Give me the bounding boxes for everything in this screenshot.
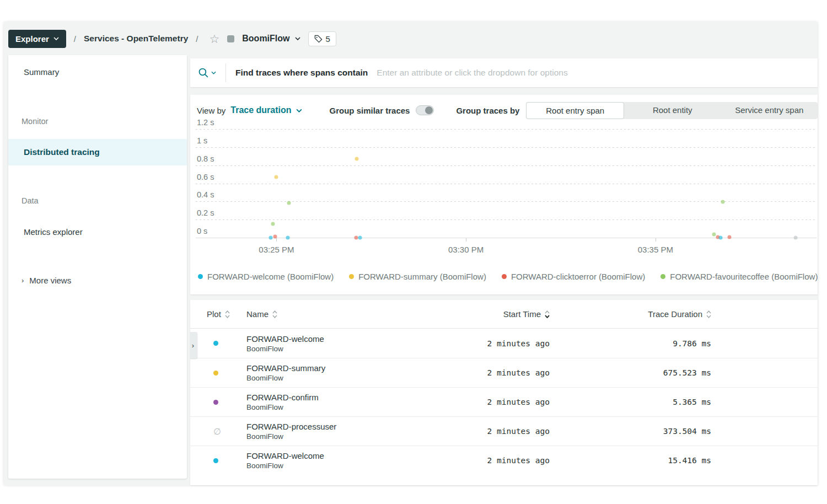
- trace-scatter-chart[interactable]: 0 s0.2 s0.4 s0.6 s0.8 s1 s1.2 s03:25 PM0…: [196, 125, 817, 238]
- trace-data-point[interactable]: [287, 201, 291, 205]
- trace-name: FORWARD-confirm: [246, 393, 428, 402]
- plot-cell: [207, 400, 246, 405]
- table-row[interactable]: FORWARD-welcomeBoomiFlow2 minutes ago15.…: [190, 446, 818, 475]
- search-icon: [198, 67, 210, 79]
- search-dropdown-button[interactable]: [198, 67, 216, 79]
- view-by-label: View by: [197, 106, 225, 115]
- breadcrumb-separator: /: [74, 34, 76, 44]
- explorer-label: Explorer: [15, 34, 49, 44]
- explorer-dropdown-button[interactable]: Explorer: [8, 30, 66, 48]
- column-header-start-time[interactable]: Start Time: [428, 309, 550, 319]
- toggle-knob: [425, 106, 433, 114]
- table-body: FORWARD-welcomeBoomiFlow2 minutes ago9.7…: [190, 329, 818, 475]
- plot-cell: [207, 341, 246, 346]
- legend-item[interactable]: FORWARD-clicktoerror (BoomiFlow): [502, 272, 645, 281]
- plot-cell: ∅: [207, 426, 246, 437]
- name-cell[interactable]: FORWARD-processuserBoomiFlow: [246, 422, 428, 441]
- entity-name: BoomiFlow: [246, 403, 428, 411]
- sort-icon: [272, 310, 277, 318]
- y-gridline: [196, 184, 817, 184]
- trace-data-point[interactable]: [727, 235, 731, 239]
- collapse-panel-handle[interactable]: ›: [190, 332, 197, 358]
- column-header-plot[interactable]: Plot: [207, 309, 246, 319]
- divider: [225, 63, 226, 82]
- sort-icon: [706, 310, 711, 318]
- trace-data-point[interactable]: [355, 157, 359, 160]
- trace-data-point[interactable]: [275, 175, 278, 179]
- segment-root-entity[interactable]: Root entity: [624, 102, 721, 119]
- chevron-down-icon: [211, 71, 216, 74]
- chart-controls: View by Trace duration Group similar tra…: [197, 101, 818, 119]
- start-time-cell: 2 minutes ago: [428, 339, 550, 348]
- group-similar-label: Group similar traces: [330, 106, 410, 115]
- name-cell[interactable]: FORWARD-welcomeBoomiFlow: [246, 451, 428, 470]
- y-axis-tick-label: 1.2 s: [197, 118, 214, 127]
- y-gridline: [196, 129, 817, 130]
- segment-service-entry-span[interactable]: Service entry span: [721, 102, 818, 119]
- search-prefix-label: Find traces where spans contain: [235, 68, 368, 78]
- table-row[interactable]: FORWARD-confirmBoomiFlow2 minutes ago5.3…: [190, 387, 818, 416]
- trace-data-point[interactable]: [273, 235, 277, 239]
- sidebar-item-more-views[interactable]: › More views: [8, 276, 187, 285]
- table-header-row: PlotNameStart TimeTrace Duration: [190, 300, 818, 329]
- group-similar-toggle[interactable]: [416, 105, 434, 115]
- trace-data-point[interactable]: [271, 222, 275, 226]
- table-row[interactable]: FORWARD-welcomeBoomiFlow2 minutes ago9.7…: [190, 329, 818, 358]
- start-time-cell: 2 minutes ago: [428, 368, 550, 377]
- favorite-star-icon[interactable]: ☆: [209, 33, 219, 45]
- legend-color-dot: [198, 274, 203, 279]
- trace-name: FORWARD-welcome: [246, 451, 428, 460]
- app-window: Explorer / Services - OpenTelemetry / ☆ …: [4, 22, 818, 485]
- breadcrumb-service-group[interactable]: Services - OpenTelemetry: [84, 34, 188, 44]
- sidebar-item-metrics-explorer[interactable]: Metrics explorer: [8, 227, 187, 237]
- plot-cell: [207, 371, 246, 376]
- legend-label: FORWARD-favouritecoffee (BoomiFlow): [670, 272, 818, 281]
- trace-search-bar: Find traces where spans contain: [190, 58, 818, 87]
- x-axis-tick-label: 03:30 PM: [448, 245, 484, 254]
- name-cell[interactable]: FORWARD-summaryBoomiFlow: [246, 363, 428, 382]
- legend-color-dot: [502, 274, 507, 279]
- table-row[interactable]: ∅FORWARD-processuserBoomiFlow2 minutes a…: [190, 416, 818, 446]
- breadcrumb-separator: /: [196, 34, 198, 44]
- column-header-name[interactable]: Name: [246, 309, 428, 319]
- name-cell[interactable]: FORWARD-welcomeBoomiFlow: [246, 334, 428, 353]
- y-axis-tick-label: 0 s: [197, 227, 207, 235]
- y-axis-tick-label: 1 s: [197, 136, 207, 145]
- trace-chart-panel: View by Trace duration Group similar tra…: [190, 95, 818, 294]
- trace-data-point[interactable]: [269, 236, 273, 240]
- column-header-label: Trace Duration: [648, 309, 702, 319]
- view-by-dropdown[interactable]: Trace duration: [230, 105, 302, 115]
- trace-data-point[interactable]: [712, 232, 716, 236]
- table-row[interactable]: FORWARD-summaryBoomiFlow2 minutes ago675…: [190, 358, 818, 387]
- search-input[interactable]: [377, 68, 818, 78]
- legend-item[interactable]: FORWARD-welcome (BoomiFlow): [198, 272, 334, 281]
- trace-data-point[interactable]: [719, 236, 723, 240]
- legend-item[interactable]: FORWARD-summary (BoomiFlow): [349, 272, 486, 281]
- entity-type-icon: [227, 35, 234, 42]
- chevron-down-icon: [53, 37, 59, 40]
- trace-data-point[interactable]: [794, 236, 798, 240]
- trace-data-point[interactable]: [721, 200, 725, 204]
- trace-duration-cell: 15.416 ms: [550, 456, 711, 465]
- entity-name: BoomiFlow: [246, 462, 428, 470]
- trace-data-point[interactable]: [286, 236, 290, 240]
- trace-name: FORWARD-welcome: [246, 334, 428, 344]
- series-color-dot: [213, 371, 218, 376]
- sidebar-item-distributed-tracing[interactable]: Distributed tracing: [8, 139, 187, 165]
- sidebar: Summary Monitor Distributed tracing Data…: [8, 55, 187, 479]
- sort-icon: [545, 310, 550, 318]
- segment-root-entry-span[interactable]: Root entry span: [526, 102, 624, 119]
- main-content: Find traces where spans contain View by …: [190, 55, 818, 485]
- name-cell[interactable]: FORWARD-confirmBoomiFlow: [246, 393, 428, 411]
- group-by-segmented-control: Root entry span Root entity Service entr…: [526, 102, 818, 119]
- x-axis-tick: [466, 238, 466, 242]
- sidebar-section-monitor: Monitor: [8, 117, 187, 126]
- tags-badge[interactable]: 5: [308, 31, 336, 46]
- entity-dropdown[interactable]: BoomiFlow: [242, 34, 300, 44]
- column-header-label: Name: [246, 309, 268, 319]
- sidebar-item-summary[interactable]: Summary: [8, 67, 187, 77]
- entity-name: BoomiFlow: [246, 374, 428, 382]
- trace-data-point[interactable]: [358, 236, 362, 240]
- legend-item[interactable]: FORWARD-favouritecoffee (BoomiFlow): [660, 272, 818, 281]
- column-header-trace-duration[interactable]: Trace Duration: [550, 309, 711, 319]
